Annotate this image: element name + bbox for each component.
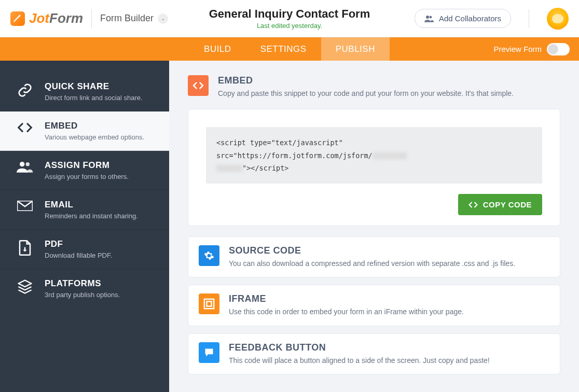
option-title: IFRAME <box>229 293 464 304</box>
section-desc: Copy and paste this snippet to your code… <box>218 88 514 99</box>
users-icon <box>424 15 434 22</box>
add-collaborators-button[interactable]: Add Collaborators <box>415 9 511 28</box>
sidebar-item-label: QUICK SHARE <box>45 81 143 92</box>
logo[interactable]: JotForm <box>10 10 83 26</box>
header-center: General Inquiry Contact Form Last edited… <box>209 7 370 30</box>
sidebar-item-desc: Various webpage embed options. <box>45 133 144 141</box>
last-edited: Last edited yesterday. <box>209 22 370 30</box>
chat-icon <box>199 342 219 363</box>
svg-point-2 <box>20 162 24 166</box>
sidebar-item-desc: Download fillable PDF. <box>45 251 112 259</box>
sidebar-item-label: ASSIGN FORM <box>45 160 129 171</box>
divider <box>529 9 529 28</box>
sidebar-item-pdf[interactable]: PDF Download fillable PDF. <box>0 230 169 269</box>
stack-icon <box>15 278 35 294</box>
preview-toggle[interactable] <box>547 43 570 55</box>
sidebar-item-embed[interactable]: EMBED Various webpage embed options. <box>0 111 169 151</box>
sidebar-item-desc: Reminders and instant sharing. <box>45 212 138 220</box>
copy-code-button[interactable]: COPY CODE <box>458 194 542 215</box>
sidebar-item-assign-form[interactable]: ASSIGN FORM Assign your forms to others. <box>0 151 169 190</box>
code-icon <box>468 201 478 208</box>
main-nav: BUILD SETTINGS PUBLISH Preview Form <box>0 37 579 61</box>
preview-form-label: Preview Form <box>493 45 542 53</box>
form-title[interactable]: General Inquiry Contact Form <box>209 7 370 21</box>
option-source-code[interactable]: SOURCE CODE You can also download a comp… <box>188 236 560 277</box>
svg-rect-6 <box>204 299 214 309</box>
sidebar-item-platforms[interactable]: PLATFORMS 3rd party publish options. <box>0 269 169 308</box>
svg-point-0 <box>426 16 429 19</box>
svg-rect-7 <box>206 302 211 306</box>
embed-code[interactable]: <script type="text/javascript" src="http… <box>206 127 542 184</box>
gear-icon <box>199 245 219 266</box>
publish-sidebar: QUICK SHARE Direct form link and social … <box>0 61 169 392</box>
copy-code-label: COPY CODE <box>483 200 532 209</box>
main-content: EMBED Copy and paste this snippet to you… <box>169 61 579 392</box>
option-feedback-button[interactable]: FEEDBACK BUTTON This code will place a b… <box>188 333 560 374</box>
option-iframe[interactable]: IFRAME Use this code in order to embed y… <box>188 285 560 326</box>
sidebar-item-label: PDF <box>45 239 112 249</box>
option-desc: This code will place a button aligned to… <box>229 355 490 366</box>
tab-publish[interactable]: PUBLISH <box>321 37 390 61</box>
option-desc: Use this code in order to embed your for… <box>229 306 464 317</box>
formbuilder-dropdown[interactable]: Form Builder ⌄ <box>100 13 168 24</box>
tab-settings[interactable]: SETTINGS <box>246 37 321 61</box>
redacted <box>373 152 407 159</box>
brand-text: JotForm <box>29 10 83 26</box>
sidebar-item-desc: Direct form link and social share. <box>45 94 143 102</box>
svg-point-1 <box>430 16 432 18</box>
option-desc: You can also download a compressed and r… <box>229 258 515 269</box>
logo-icon <box>10 11 25 26</box>
redacted <box>216 165 242 172</box>
link-icon <box>15 81 35 98</box>
users-icon <box>15 160 35 173</box>
formbuilder-label: Form Builder <box>100 13 154 24</box>
sidebar-item-email[interactable]: EMAIL Reminders and instant sharing. <box>0 190 169 230</box>
sidebar-item-quick-share[interactable]: QUICK SHARE Direct form link and social … <box>0 72 169 111</box>
section-title: EMBED <box>218 75 514 86</box>
collab-label: Add Collaborators <box>439 14 501 23</box>
envelope-icon <box>15 200 35 211</box>
svg-point-3 <box>26 162 30 166</box>
divider <box>91 9 92 28</box>
chevron-down-icon: ⌄ <box>158 13 168 24</box>
avatar[interactable] <box>547 8 569 30</box>
svg-marker-5 <box>19 281 32 287</box>
sidebar-item-desc: Assign your forms to others. <box>45 173 129 180</box>
embed-code-card: <script type="text/javascript" src="http… <box>188 109 560 226</box>
iframe-icon <box>199 293 219 314</box>
option-title: FEEDBACK BUTTON <box>229 342 490 353</box>
sidebar-item-label: PLATFORMS <box>45 278 120 289</box>
top-header: JotForm Form Builder ⌄ General Inquiry C… <box>0 0 579 37</box>
code-icon <box>188 75 209 96</box>
tab-build[interactable]: BUILD <box>189 37 246 61</box>
sidebar-item-label: EMBED <box>45 121 144 131</box>
file-pdf-icon <box>15 239 35 256</box>
sidebar-item-label: EMAIL <box>45 200 138 210</box>
sidebar-item-desc: 3rd party publish options. <box>45 291 120 299</box>
code-icon <box>15 121 35 133</box>
option-title: SOURCE CODE <box>229 245 515 256</box>
